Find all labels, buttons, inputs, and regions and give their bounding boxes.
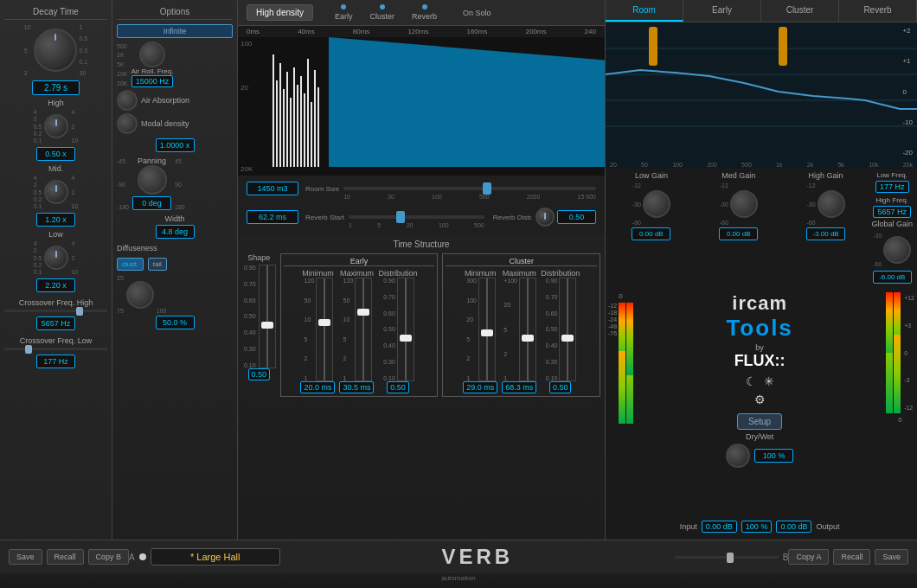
room-size-value[interactable]: 1450 m3 (247, 182, 298, 195)
panning-value[interactable]: 0 deg (132, 196, 171, 210)
early-min-value[interactable]: 20.0 ms (300, 381, 335, 393)
early-sliders: Minimum 120 50 10 5 2 1 (284, 269, 435, 393)
cluster-dist-value[interactable]: 0.50 (549, 381, 572, 393)
med-gain-label: Med Gain (721, 171, 755, 180)
mid-knob[interactable] (44, 180, 68, 204)
med-gain-control: Med Gain -12 -30 -60 0.00 dB (697, 171, 780, 242)
decay-main-knob[interactable] (34, 29, 77, 72)
copy-a-btn[interactable]: Copy A (788, 549, 829, 565)
options-title: Options (117, 4, 233, 20)
right-tab-reverb[interactable]: Reverb (839, 0, 917, 22)
early-max-label: Maximum (340, 269, 374, 278)
air-roll-value[interactable]: 15000 Hz (131, 75, 174, 87)
shape-value[interactable]: 0.50 (248, 368, 271, 380)
preset-name[interactable]: * Large Hall (151, 548, 280, 566)
right-actions: Copy A Recall Save (788, 549, 908, 565)
global-gain-value[interactable]: -6.00 dB (873, 271, 912, 284)
cluster-min-slider[interactable] (478, 278, 496, 381)
global-gain-label: Global Gain (871, 220, 913, 228)
cluster-dist-slider[interactable] (559, 278, 576, 381)
copy-b-btn[interactable]: Copy B (88, 549, 130, 565)
med-gain-knob[interactable] (730, 190, 758, 218)
svg-rect-9 (304, 93, 305, 167)
high-gain-knob[interactable] (818, 190, 845, 218)
tab-indicator-reverb: Reverb (412, 4, 437, 21)
infinite-btn[interactable]: Infinite (117, 24, 233, 38)
air-roll-knob[interactable] (139, 42, 165, 67)
recall-left-btn[interactable]: Recall (47, 549, 84, 565)
room-size-thumb[interactable] (483, 182, 491, 195)
recall-right-btn[interactable]: Recall (833, 549, 870, 565)
crossover-low-value[interactable]: 177 Hz (36, 355, 75, 368)
dry-wet-value[interactable]: 100 % (754, 449, 793, 463)
low-gain-knob[interactable] (643, 190, 670, 218)
panning-row: -45 -90 -180 Panning 0 deg 45 90 180 (117, 157, 233, 212)
reverb-start-thumb[interactable] (396, 211, 405, 223)
modal-density-knob[interactable] (117, 113, 138, 134)
bottom-bar: Save Recall Copy B A * Large Hall VERB B… (0, 540, 917, 588)
ab-slider-thumb[interactable] (727, 553, 734, 563)
cluster-max-value[interactable]: 68.3 ms (502, 381, 536, 393)
width-value[interactable]: 4.8 deg (156, 225, 195, 239)
right-tab-early[interactable]: Early (683, 0, 761, 22)
global-gain-knob[interactable] (883, 236, 911, 264)
low-gain-value[interactable]: 0.00 dB (632, 227, 670, 240)
room-size-slider[interactable]: 10 30 100 500 2000 15 000 (343, 187, 596, 190)
early-min-slider[interactable] (316, 278, 333, 381)
low-value[interactable]: 2.20 x (36, 278, 75, 292)
crossover-low-slider[interactable] (4, 348, 107, 350)
setup-button[interactable]: Setup (737, 413, 782, 430)
reverb-distr-section: Reverb Distr. 0.50 (493, 208, 596, 227)
early-max-value[interactable]: 30.5 ms (339, 381, 374, 393)
early-dist-slider[interactable] (397, 278, 414, 381)
save-right-btn[interactable]: Save (875, 549, 908, 565)
reverb-distr-value[interactable]: 0.50 (557, 210, 596, 224)
input-value[interactable]: 0.00 dB (702, 521, 737, 533)
left-meter-l (619, 303, 625, 424)
diffuseness-clust-btn[interactable]: clust. (117, 258, 144, 271)
time-axis: 0ms 40ms 80ms 120ms 160ms 200ms 240 (238, 26, 605, 37)
low-knob[interactable] (44, 246, 68, 270)
gain-section: Low Gain -12 -30 -60 0.00 dB Med Gain (606, 169, 917, 288)
early-max-slider[interactable] (355, 278, 372, 381)
high-gain-value[interactable]: -3.00 dB (806, 227, 845, 240)
high-knob[interactable] (44, 114, 68, 138)
preset-center: A * Large Hall VERB B (129, 545, 788, 569)
diffuseness-knob[interactable] (126, 281, 154, 309)
right-panel: Room Early Cluster Reverb (606, 0, 917, 540)
early-dist-value[interactable]: 0.50 (387, 381, 409, 393)
diffuseness-tail-btn[interactable]: tail (148, 258, 167, 271)
reverb-start-slider[interactable]: 1 5 20 100 500 (349, 215, 484, 219)
panning-knob[interactable] (138, 165, 167, 195)
cluster-max-section: Maximum +100 20 5 2 1 (502, 269, 536, 393)
high-freq-value[interactable]: 5657 Hz (873, 206, 911, 218)
reverb-start-value[interactable]: 62.2 ms (247, 210, 298, 224)
dry-wet-controls: 100 % (726, 444, 793, 468)
decay-main-value[interactable]: 2.79 s (32, 80, 80, 95)
cluster-min-value[interactable]: 29.0 ms (463, 381, 497, 393)
diffuseness-value[interactable]: 50.0 % (156, 316, 195, 329)
output-value[interactable]: 0.00 dB (776, 521, 811, 533)
high-value[interactable]: 0.50 x (36, 147, 75, 161)
left-actions: Save Recall Copy B (9, 549, 129, 565)
ab-slider[interactable] (675, 556, 779, 559)
med-gain-value[interactable]: 0.00 dB (719, 227, 758, 240)
crossover-high-slider[interactable] (4, 310, 107, 312)
shape-slider[interactable] (259, 265, 276, 368)
right-tab-cluster[interactable]: Cluster (761, 0, 839, 22)
crossover-high-value[interactable]: 5657 Hz (36, 316, 75, 330)
input-label: Input (680, 522, 697, 531)
air-absorption-knob[interactable] (117, 90, 138, 111)
cluster-max-slider[interactable] (519, 278, 536, 381)
reverb-distr-knob[interactable] (535, 208, 555, 227)
high-density-btn[interactable]: High density (247, 4, 313, 21)
low-freq-value[interactable]: 177 Hz (875, 181, 909, 193)
cluster-dot (380, 4, 385, 10)
mid-value[interactable]: 1.20 x (36, 213, 75, 227)
save-left-btn[interactable]: Save (9, 549, 42, 565)
shape-label: Shape (247, 253, 270, 262)
right-tab-room[interactable]: Room (606, 0, 683, 22)
dry-wet-knob[interactable] (726, 444, 750, 468)
dry-wet-percent[interactable]: 100 % (741, 521, 773, 533)
early-section: Early Minimum 120 50 10 5 (280, 253, 439, 397)
